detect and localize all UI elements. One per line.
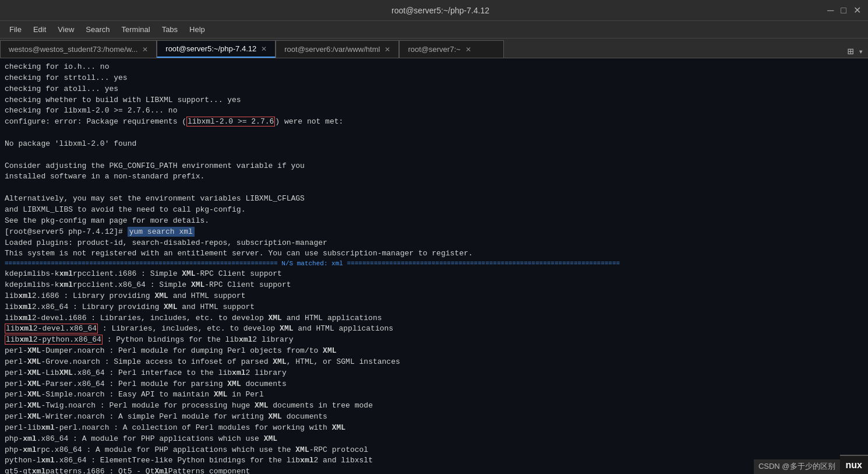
terminal-line-highlight: libxml2-devel.x86_64 : Libraries, includ…	[5, 324, 863, 335]
tab-dropdown-icon[interactable]: ▾	[859, 47, 863, 57]
menu-search[interactable]: Search	[81, 23, 114, 36]
tab-server5-label: root@server5:~/php-7.4.12	[165, 44, 256, 53]
tab-server7-close[interactable]: ✕	[465, 45, 471, 54]
terminal-line: perl-XML-Writer.noarch : A simple Perl m…	[5, 412, 863, 423]
window-controls[interactable]: ─ □ ✕	[827, 6, 861, 15]
terminal-line: No package 'libxml-2.0' found	[5, 139, 863, 150]
tab-server6-label: root@server6:/var/www/html	[284, 45, 380, 54]
terminal-separator: ========================================…	[5, 259, 863, 269]
window-title: root@server5:~/php-7.4.12	[54, 6, 827, 15]
terminal-line: python-lxml.x86_64 : ElementTree-like Py…	[5, 455, 863, 466]
terminal-line: checking for libxml-2.0 >= 2.7.6... no	[5, 106, 863, 117]
close-button[interactable]: ✕	[853, 6, 861, 15]
terminal-line: perl-XML-LibXML.x86_64 : Perl interface …	[5, 368, 863, 379]
menu-help[interactable]: Help	[185, 23, 210, 36]
terminal-line: libxml2.x86_64 : Library providing XML a…	[5, 302, 863, 313]
tab-server6-close[interactable]: ✕	[384, 45, 390, 54]
minimize-button[interactable]: ─	[827, 6, 834, 15]
tab-server5-close[interactable]: ✕	[261, 45, 267, 53]
terminal-line: See the pkg-config man page for more det…	[5, 216, 863, 227]
terminal-line: perl-XML-Grove.noarch : Simple access to…	[5, 357, 863, 368]
terminal-line: installed software in a non-standard pre…	[5, 171, 863, 182]
terminal-line: Alternatively, you may set the environme…	[5, 194, 863, 205]
tab-westos-label: westos@westos_student73:/home/w...	[9, 45, 137, 54]
tab-server6[interactable]: root@server6:/var/www/html ✕	[276, 40, 399, 58]
menu-view[interactable]: View	[53, 23, 79, 36]
tab-server5[interactable]: root@server5:~/php-7.4.12 ✕	[157, 40, 276, 58]
nux-badge: nux	[840, 455, 868, 474]
menu-bar: File Edit View Search Terminal Tabs Help	[0, 21, 868, 38]
terminal-line: perl-XML-Simple.noarch : Easy API to mai…	[5, 389, 863, 401]
tab-server7-label: root@server7:~	[408, 45, 460, 54]
terminal-line	[5, 150, 863, 161]
tab-server7[interactable]: root@server7:~ ✕	[399, 40, 504, 58]
watermark-text: CSDN @多于少的区别	[754, 459, 840, 474]
terminal-line: perl-libxml-perl.noarch : A collection o…	[5, 423, 863, 434]
terminal-line: kdepimlibs-kxmlrpcclient.x86_64 : Simple…	[5, 280, 863, 291]
terminal-line	[5, 128, 863, 139]
terminal-line: php-xml.x86_64 : A module for PHP applic…	[5, 434, 863, 445]
terminal-line: checking for atoll... yes	[5, 84, 863, 95]
tab-westos[interactable]: westos@westos_student73:/home/w... ✕	[0, 40, 157, 58]
terminal-line: checking whether to build with LIBXML su…	[5, 95, 863, 106]
terminal-line: qt5-qtxmlpatterns.i686 : Qt5 - QtXmlPatt…	[5, 466, 863, 474]
terminal-content[interactable]: checking for io.h... no checking for str…	[0, 58, 868, 474]
maximize-button[interactable]: □	[841, 6, 846, 15]
terminal-line: php-xmlrpc.x86_64 : A module for PHP app…	[5, 445, 863, 456]
terminal-line: libxml2-devel.i686 : Libraries, includes…	[5, 313, 863, 324]
terminal-line: Consider adjusting the PKG_CONFIG_PATH e…	[5, 161, 863, 172]
terminal-cmd-line: [root@server5 php-7.4.12]# yum search xm…	[5, 227, 863, 238]
terminal-line: perl-XML-Twig.noarch : Perl module for p…	[5, 401, 863, 412]
menu-terminal[interactable]: Terminal	[117, 23, 155, 36]
terminal-line: kdepimlibs-kxmlrpcclient.i686 : Simple X…	[5, 269, 863, 280]
terminal-line: This system is not registered with an en…	[5, 248, 863, 259]
title-bar: root@server5:~/php-7.4.12 ─ □ ✕	[0, 0, 868, 21]
tab-westos-close[interactable]: ✕	[142, 45, 148, 54]
terminal-line-highlight2: libxml2-python.x86_64 : Python bindings …	[5, 335, 863, 346]
terminal-line: perl-XML-Dumper.noarch : Perl module for…	[5, 346, 863, 357]
terminal-line: perl-XML-Parser.x86_64 : Perl module for…	[5, 379, 863, 390]
terminal-line	[5, 182, 863, 194]
terminal-line: and LIBXML_LIBS to avoid the need to cal…	[5, 205, 863, 216]
menu-file[interactable]: File	[5, 23, 26, 36]
nux-area: CSDN @多于少的区别 nux	[754, 455, 868, 474]
new-tab-icon[interactable]: ⊞	[848, 45, 854, 58]
menu-tabs[interactable]: Tabs	[157, 23, 182, 36]
menu-edit[interactable]: Edit	[29, 23, 51, 36]
tab-bar: westos@westos_student73:/home/w... ✕ roo…	[0, 38, 868, 58]
terminal-line: Loaded plugins: product-id, search-disab…	[5, 238, 863, 249]
terminal-line-error: configure: error: Package requirements (…	[5, 117, 863, 128]
terminal-line: libxml2.i686 : Library providing XML and…	[5, 291, 863, 302]
terminal-line: checking for io.h... no	[5, 62, 863, 73]
terminal-line: checking for strtoll... yes	[5, 73, 863, 84]
tab-bar-end[interactable]: ⊞ ▾	[848, 45, 868, 58]
